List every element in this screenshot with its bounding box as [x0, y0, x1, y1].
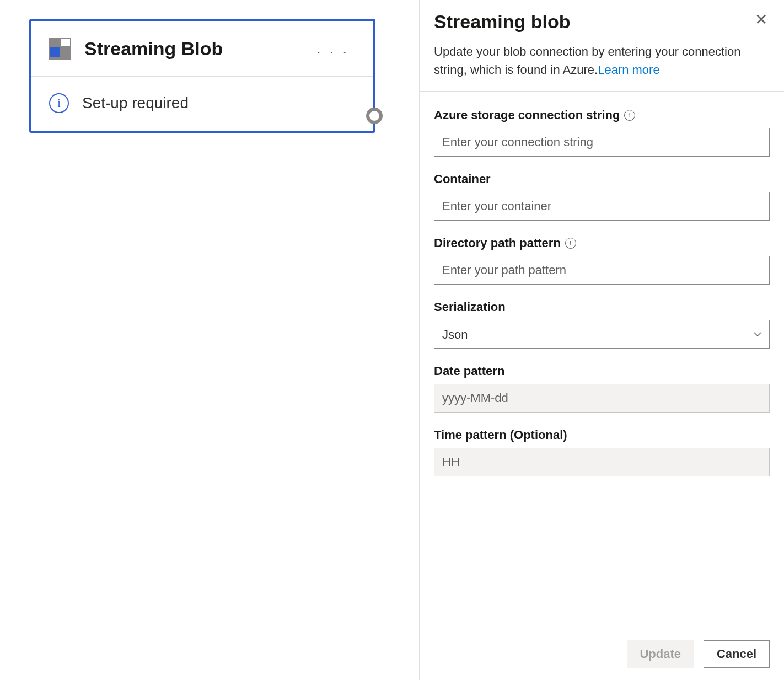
- label-text: Date pattern: [434, 364, 504, 378]
- label-text: Serialization: [434, 300, 506, 314]
- serialization-select-wrap: Json: [434, 320, 770, 349]
- field-label: Container: [434, 172, 770, 186]
- time-pattern-input: [434, 448, 770, 476]
- node-title: Streaming Blob: [84, 38, 311, 60]
- field-directory-path: Directory path pattern i: [434, 236, 770, 285]
- app-canvas: Streaming Blob . . . i Set-up required S…: [0, 0, 784, 680]
- panel-footer: Update Cancel: [420, 630, 784, 680]
- node-body: i Set-up required: [31, 77, 373, 131]
- connection-string-input[interactable]: [434, 128, 770, 157]
- label-text: Directory path pattern: [434, 236, 561, 250]
- serialization-select[interactable]: Json: [434, 320, 770, 349]
- label-text: Azure storage connection string: [434, 108, 620, 122]
- learn-more-link[interactable]: Learn more: [598, 63, 660, 77]
- field-label: Time pattern (Optional): [434, 428, 770, 442]
- panel-header: Streaming blob ✕: [434, 11, 770, 42]
- date-pattern-input: [434, 384, 770, 413]
- info-icon: i: [49, 93, 69, 113]
- field-serialization: Serialization Json: [434, 300, 770, 349]
- streaming-blob-panel: Streaming blob ✕ Update your blob connec…: [419, 0, 784, 680]
- cancel-button[interactable]: Cancel: [704, 640, 770, 668]
- node-status-text: Set-up required: [82, 94, 189, 112]
- panel-description: Update your blob connection by entering …: [434, 42, 770, 79]
- field-label: Serialization: [434, 300, 770, 314]
- container-input[interactable]: [434, 192, 770, 221]
- label-text: Container: [434, 172, 491, 186]
- blob-storage-icon: [49, 38, 71, 60]
- update-button: Update: [627, 640, 694, 668]
- directory-path-input[interactable]: [434, 256, 770, 285]
- field-label: Azure storage connection string i: [434, 108, 770, 122]
- info-icon[interactable]: i: [624, 110, 635, 121]
- field-label: Directory path pattern i: [434, 236, 770, 250]
- label-text: Time pattern (Optional): [434, 428, 567, 442]
- field-time-pattern: Time pattern (Optional): [434, 428, 770, 476]
- field-label: Date pattern: [434, 364, 770, 378]
- field-container: Container: [434, 172, 770, 221]
- divider: [420, 91, 784, 92]
- field-date-pattern: Date pattern: [434, 364, 770, 413]
- panel-description-text: Update your blob connection by entering …: [434, 45, 740, 77]
- field-connection-string: Azure storage connection string i: [434, 108, 770, 157]
- node-more-menu-button[interactable]: . . .: [311, 36, 355, 61]
- panel-title: Streaming blob: [434, 11, 753, 33]
- node-header: Streaming Blob . . .: [31, 21, 373, 76]
- info-icon[interactable]: i: [565, 238, 576, 249]
- streaming-blob-node[interactable]: Streaming Blob . . . i Set-up required: [29, 19, 375, 133]
- output-connector-handle[interactable]: [366, 108, 383, 124]
- close-panel-button[interactable]: ✕: [753, 11, 770, 29]
